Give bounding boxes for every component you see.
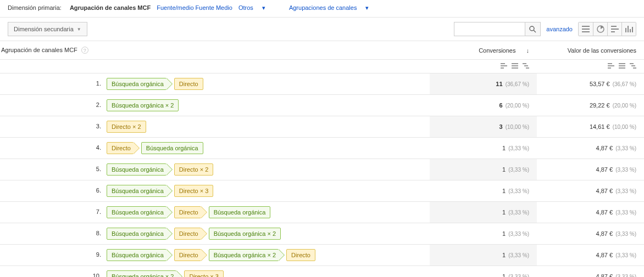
view-toggle — [578, 22, 636, 36]
help-icon[interactable]: ? — [81, 47, 88, 54]
svg-rect-23 — [608, 65, 614, 66]
chip-organic-search: Búsqueda orgánica × 2 — [107, 270, 176, 277]
col-dimension-label: Agrupación de canales MCF — [1, 47, 77, 53]
conversions-cell: 1 (3,33 %) — [430, 202, 537, 223]
chip-organic-search: Búsqueda orgánica — [107, 163, 166, 176]
value-cell: 4,87 € (3,33 %) — [537, 202, 644, 223]
row-index: 4. — [2, 144, 101, 151]
path-chips: Búsqueda orgánicaDirectoBúsqueda orgánic… — [107, 249, 315, 261]
column-view-icons[interactable] — [501, 63, 529, 69]
tab-medium[interactable]: Medio — [216, 4, 232, 11]
row-index: 9. — [2, 251, 101, 258]
col-dimension[interactable]: Agrupación de canales MCF ? — [0, 41, 430, 60]
path-chips: Búsqueda orgánicaDirectoBúsqueda orgánic… — [107, 228, 281, 240]
svg-point-0 — [530, 26, 534, 31]
tab-other[interactable]: Otros▾ — [234, 4, 270, 11]
chip-direct: Directo — [174, 249, 201, 261]
table-row[interactable]: 4.DirectoBúsqueda orgánica1 (3,33 %)4,87… — [0, 138, 644, 159]
table-row[interactable]: 7.Búsqueda orgánicaDirectoBúsqueda orgán… — [0, 202, 644, 223]
table-row[interactable]: 8.Búsqueda orgánicaDirectoBúsqueda orgán… — [0, 223, 644, 245]
search-button[interactable] — [525, 22, 541, 36]
svg-rect-4 — [582, 31, 590, 32]
row-index: 1. — [2, 80, 101, 87]
search-input[interactable] — [454, 22, 525, 36]
svg-rect-26 — [619, 65, 625, 66]
chip-organic-search: Búsqueda orgánica — [107, 206, 166, 218]
svg-rect-7 — [611, 29, 619, 30]
svg-rect-25 — [619, 63, 625, 64]
chip-organic-search: Búsqueda orgánica — [107, 249, 166, 261]
value-cell: 4,87 € (3,33 %) — [537, 180, 644, 202]
view-pie-icon[interactable] — [593, 22, 607, 36]
svg-rect-12 — [632, 27, 633, 32]
row-index: 10. — [2, 273, 101, 277]
chevron-down-icon: ▼ — [77, 27, 81, 32]
view-bars-icon[interactable] — [607, 22, 621, 36]
path-table: Agrupación de canales MCF ? Conversiones… — [0, 41, 644, 277]
chip-organic-search: Búsqueda orgánica — [141, 142, 203, 154]
tab-source[interactable]: Fuente — [196, 4, 214, 11]
chip-direct: Directo — [174, 228, 201, 240]
svg-rect-14 — [501, 65, 507, 66]
svg-rect-2 — [582, 26, 590, 27]
view-table-icon[interactable] — [579, 22, 593, 36]
path-chips: Búsqueda orgánicaDirectoBúsqueda orgánic… — [107, 206, 270, 218]
svg-rect-27 — [619, 67, 625, 69]
conversions-cell: 11 (36,67 %) — [430, 74, 537, 95]
chip-direct: Directo — [286, 249, 315, 261]
search-icon — [529, 26, 536, 33]
svg-rect-15 — [501, 67, 504, 69]
column-view-icons[interactable] — [608, 63, 636, 69]
conversions-cell: 1 (3,33 %) — [430, 223, 537, 245]
chip-direct: Directo — [107, 142, 134, 154]
row-index: 6. — [2, 187, 101, 194]
secondary-dimension-button[interactable]: Dimensión secundaria ▼ — [8, 22, 87, 36]
value-cell: 53,57 € (36,67 %) — [537, 74, 644, 95]
svg-rect-22 — [608, 63, 612, 64]
path-chips: Búsqueda orgánica × 2 — [107, 99, 179, 111]
table-row[interactable]: 2.Búsqueda orgánica × 26 (20,00 %)29,22 … — [0, 95, 644, 116]
chip-direct: Directo — [174, 78, 203, 90]
sort-down-icon: ↓ — [526, 47, 530, 54]
chevron-down-icon: ▾ — [262, 4, 265, 11]
table-row[interactable]: 9.Búsqueda orgánicaDirectoBúsqueda orgán… — [0, 245, 644, 266]
svg-rect-17 — [512, 65, 518, 66]
tab-mcf-grouping[interactable]: Agrupación de canales MCF — [70, 4, 151, 11]
svg-rect-3 — [582, 29, 590, 30]
chip-direct: Directo — [174, 206, 201, 218]
col-conversions-label: Conversiones — [479, 47, 515, 54]
svg-rect-20 — [524, 65, 528, 66]
tab-channel-groupings[interactable]: Agrupaciones de canales▾ — [285, 4, 374, 11]
col-conversion-value[interactable]: Valor de las conversiones — [537, 41, 644, 60]
svg-rect-21 — [526, 67, 529, 69]
value-cell: 4,87 € (3,33 %) — [537, 245, 644, 266]
table-row[interactable]: 10.Búsqueda orgánica × 2Directo × 31 (3,… — [0, 266, 644, 278]
advanced-link[interactable]: avanzado — [546, 26, 573, 32]
chip-organic-search: Búsqueda orgánica — [107, 78, 166, 90]
path-chips: Búsqueda orgánicaDirecto — [107, 78, 203, 90]
view-columns-icon[interactable] — [621, 22, 636, 36]
col-conversions[interactable]: Conversiones ↓ — [430, 41, 537, 60]
table-row[interactable]: 6.Búsqueda orgánicaDirecto × 31 (3,33 %)… — [0, 180, 644, 202]
path-chips: Búsqueda orgánica × 2Directo × 3 — [107, 270, 224, 277]
tab-source-medium[interactable]: Fuente/medio — [157, 4, 193, 11]
value-cell: 14,61 € (10,00 %) — [537, 116, 644, 138]
path-chips: Directo × 2 — [107, 121, 146, 133]
svg-rect-13 — [501, 63, 505, 64]
col-value-label: Valor de las conversiones — [568, 47, 636, 54]
table-row[interactable]: 1.Búsqueda orgánicaDirecto11 (36,67 %)53… — [0, 74, 644, 95]
table-row[interactable]: 5.Búsqueda orgánicaDirecto × 21 (3,33 %)… — [0, 159, 644, 180]
row-index: 7. — [2, 208, 101, 215]
conversions-cell: 6 (20,00 %) — [430, 95, 537, 116]
svg-rect-29 — [631, 65, 635, 66]
row-index: 3. — [2, 123, 101, 129]
conversions-cell: 1 (3,33 %) — [430, 245, 537, 266]
svg-rect-28 — [630, 63, 634, 64]
svg-rect-6 — [611, 26, 617, 27]
primary-dimension-bar: Dimensión primaria: Agrupación de canale… — [0, 0, 644, 17]
conversions-cell: 1 (3,33 %) — [430, 159, 537, 180]
primary-dimension-label: Dimensión primaria: — [8, 4, 62, 11]
table-row[interactable]: 3.Directo × 23 (10,00 %)14,61 € (10,00 %… — [0, 116, 644, 138]
svg-rect-19 — [523, 63, 526, 64]
toolbar: Dimensión secundaria ▼ avanzado — [0, 17, 644, 41]
